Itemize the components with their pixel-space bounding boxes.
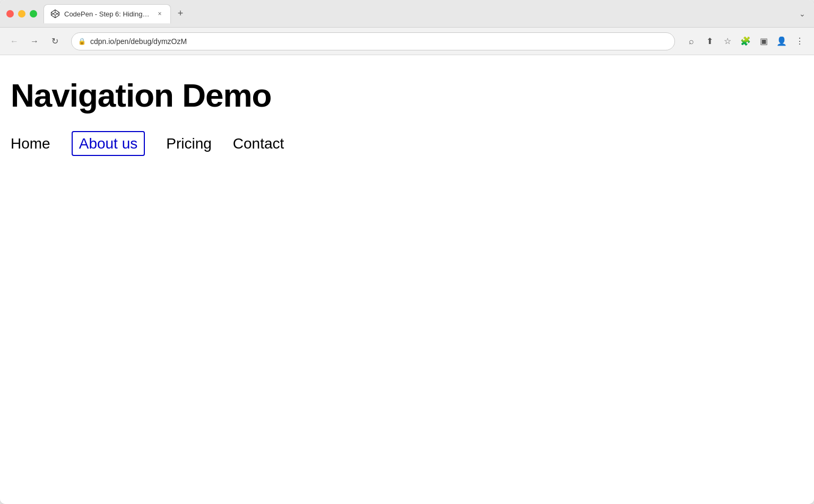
address-bar[interactable]: 🔒 cdpn.io/pen/debug/dymzOzM [71, 32, 675, 50]
title-bar: CodePen - Step 6: Hiding the l... × + ⌄ [0, 0, 814, 28]
extension-icon: 🧩 [740, 36, 751, 46]
active-tab[interactable]: CodePen - Step 6: Hiding the l... × [44, 4, 171, 23]
tab-dropdown-button[interactable]: ⌄ [797, 7, 808, 20]
main-nav: Home About us Pricing Contact [11, 135, 803, 152]
page-content: Navigation Demo Home About us Pricing Co… [0, 55, 814, 504]
nav-item-pricing: Pricing [166, 135, 212, 152]
back-button[interactable]: ← [6, 33, 22, 49]
bookmark-button[interactable]: ☆ [720, 33, 735, 49]
refresh-button[interactable]: ↻ [47, 33, 63, 49]
nav-item-home: Home [11, 135, 50, 152]
share-button[interactable]: ⬆ [702, 33, 717, 49]
maximize-button[interactable] [30, 10, 37, 18]
tab-close-button[interactable]: × [155, 10, 164, 18]
forward-icon: → [30, 37, 39, 46]
profile-icon: 👤 [776, 36, 787, 46]
new-tab-button[interactable]: + [173, 6, 188, 21]
close-button[interactable] [6, 10, 14, 18]
minimize-button[interactable] [18, 10, 25, 18]
traffic-lights [6, 10, 37, 18]
nav-link-about[interactable]: About us [72, 131, 145, 156]
url-text: cdpn.io/pen/debug/dymzOzM [90, 37, 668, 46]
nav-link-pricing[interactable]: Pricing [166, 135, 212, 152]
nav-menu: Home About us Pricing Contact [11, 135, 803, 152]
search-icon: ⌕ [689, 37, 694, 46]
page-title: Navigation Demo [11, 76, 803, 114]
lock-icon: 🔒 [78, 38, 86, 45]
nav-link-contact[interactable]: Contact [233, 135, 284, 152]
navigation-bar: ← → ↻ 🔒 cdpn.io/pen/debug/dymzOzM ⌕ ⬆ ☆ … [0, 28, 814, 55]
nav-icons: ⌕ ⬆ ☆ 🧩 ▣ 👤 ⋮ [683, 33, 808, 49]
nav-item-contact: Contact [233, 135, 284, 152]
more-icon: ⋮ [795, 36, 804, 46]
sidebar-icon: ▣ [760, 36, 768, 46]
search-button[interactable]: ⌕ [683, 33, 699, 49]
refresh-icon: ↻ [51, 36, 58, 46]
extensions-button[interactable]: 🧩 [738, 33, 754, 49]
more-button[interactable]: ⋮ [792, 33, 808, 49]
forward-button[interactable]: → [27, 33, 42, 49]
nav-link-home[interactable]: Home [11, 135, 50, 152]
codepen-icon [50, 9, 60, 19]
back-icon: ← [10, 37, 19, 46]
tab-title: CodePen - Step 6: Hiding the l... [64, 10, 151, 18]
sidebar-button[interactable]: ▣ [756, 33, 772, 49]
share-icon: ⬆ [706, 36, 713, 46]
nav-item-about: About us [72, 135, 145, 152]
tab-bar: CodePen - Step 6: Hiding the l... × + ⌄ [44, 4, 808, 23]
bookmark-icon: ☆ [724, 36, 731, 46]
browser-window: CodePen - Step 6: Hiding the l... × + ⌄ … [0, 0, 814, 504]
profile-button[interactable]: 👤 [774, 33, 790, 49]
